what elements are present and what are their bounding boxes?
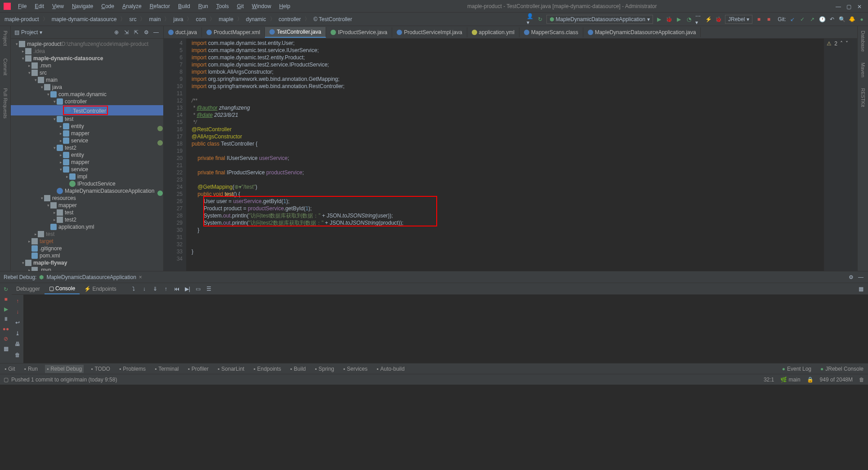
lock-icon[interactable]: 🔒	[807, 377, 814, 383]
tree-item[interactable]: TestController	[11, 105, 163, 115]
close-button[interactable]: ✕	[857, 4, 863, 9]
breadcrumb-item[interactable]: maple-dynamic-datasource	[50, 15, 119, 23]
tree-item[interactable]: ▸.idea	[11, 48, 163, 55]
user-icon[interactable]: 👤▾	[527, 16, 534, 23]
git-history-icon[interactable]: 🕐	[819, 16, 826, 23]
tree-item[interactable]: IProductService	[11, 180, 163, 187]
rerun-icon[interactable]: ↻	[2, 286, 9, 293]
tree-item[interactable]: ▸test	[11, 231, 163, 238]
tree-item[interactable]: ▾java	[11, 84, 163, 91]
bottom-terminal[interactable]: ▪Terminal	[153, 365, 181, 373]
breadcrumb-item[interactable]: dynamic	[244, 15, 268, 23]
scroll-end-icon[interactable]: ⤓	[14, 330, 21, 337]
stop-debug-icon[interactable]: ■	[2, 296, 9, 303]
jr-debug-icon[interactable]: 🐞	[715, 16, 722, 23]
tree-item[interactable]: ▸test	[11, 209, 163, 216]
hide-icon[interactable]: ―	[152, 29, 160, 36]
layout-icon[interactable]: ▦	[2, 345, 9, 352]
code-area[interactable]: import com.maple.dynamic.test.entity.Use…	[186, 39, 824, 271]
tree-item[interactable]: ▾maple-dynamic-datasource	[11, 55, 163, 62]
jrebel-selector[interactable]: JRebel ▾	[725, 15, 752, 24]
step-over-icon[interactable]: ⤵	[130, 285, 137, 293]
editor-content[interactable]: 4567891011121314151617181920212223242526…	[164, 39, 857, 271]
editor-tab[interactable]: ProductServiceImpl.java	[392, 27, 467, 37]
eval-icon[interactable]: ▭	[195, 285, 202, 293]
tree-item[interactable]: ▸test2	[11, 216, 163, 223]
mute-bp-icon[interactable]: ⊘	[2, 335, 9, 342]
menu-view[interactable]: View	[49, 1, 67, 11]
bottom-event-log[interactable]: ●Event Log	[780, 365, 813, 373]
print-icon[interactable]: 🖶	[14, 341, 21, 348]
menu-tools[interactable]: Tools	[213, 1, 233, 11]
bottom-rebel-debug[interactable]: ▪Rebel Debug	[45, 365, 84, 373]
status-icon[interactable]: ▢	[4, 377, 9, 383]
tree-item[interactable]: ▸.mvn	[11, 266, 163, 271]
tree-item[interactable]: ▾test	[11, 115, 163, 123]
menu-help[interactable]: Help	[276, 1, 294, 11]
bottom-jrebel-console[interactable]: ●JRebel Console	[819, 365, 865, 373]
editor-tab[interactable]: MapleDynamicDatasourceApplication.java	[583, 27, 701, 37]
breadcrumb-item[interactable]: src	[127, 15, 138, 23]
tree-item[interactable]: ▸service	[11, 137, 163, 144]
breadcrumb-item[interactable]: maple-product	[3, 15, 41, 23]
bottom-services[interactable]: ▪Services	[341, 365, 369, 373]
tool-database[interactable]: Database	[860, 29, 866, 53]
breadcrumb-item[interactable]: main	[147, 15, 162, 23]
tool-pull-requests[interactable]: Pull Requests	[3, 86, 8, 120]
tree-item[interactable]: ▾com.maple.dynamic	[11, 91, 163, 98]
debug-gear-icon[interactable]: ⚙	[847, 274, 855, 281]
tree-item[interactable]: ▸impl	[11, 173, 163, 180]
bottom-git[interactable]: ▪Git	[3, 365, 17, 373]
breadcrumb-item[interactable]: maple	[217, 15, 235, 23]
tree-item[interactable]: ▾main	[11, 76, 163, 84]
tree-item[interactable]: application.yml	[11, 223, 163, 231]
tool-commit[interactable]: Commit	[3, 57, 8, 77]
bottom-todo[interactable]: ▪TODO	[89, 365, 112, 373]
editor-tab[interactable]: MapperScans.class	[519, 27, 583, 37]
expand-all-icon[interactable]: ⇲	[123, 29, 130, 36]
editor-tab[interactable]: IProductService.java	[326, 27, 392, 37]
breadcrumb-item[interactable]: java	[171, 15, 185, 23]
menu-code[interactable]: Code	[98, 1, 118, 11]
editor-tab[interactable]: TestController.java	[265, 27, 326, 38]
breadcrumb-item[interactable]: com	[194, 15, 208, 23]
up-icon[interactable]: ˄	[840, 40, 843, 47]
collapse-all-icon[interactable]: ⇱	[133, 29, 140, 36]
console-down-icon[interactable]: ↓	[14, 308, 21, 315]
breadcrumb-item[interactable]: © TestController	[312, 15, 354, 23]
tree-item[interactable]: ▸mapper	[11, 130, 163, 137]
tree-item[interactable]: ▾maple-product D:\zhangfuzeng\code\maple…	[11, 40, 163, 48]
view-bp-icon[interactable]: ●●	[2, 325, 9, 333]
tree-item[interactable]: ▸entity	[11, 151, 163, 159]
force-step-icon[interactable]: ⇓	[152, 285, 159, 293]
tree-item[interactable]: MapleDynamicDatasourceApplication	[11, 187, 163, 195]
debug-hide-icon[interactable]: ―	[857, 274, 864, 281]
debug-close-tab-icon[interactable]: ×	[139, 274, 142, 280]
git-push-icon[interactable]: ↗	[809, 16, 816, 23]
editor-tab[interactable]: duct.java	[164, 27, 202, 37]
editor-tab[interactable]: ProductMapper.xml	[202, 27, 265, 37]
branch-indicator[interactable]: 🌿 main	[780, 377, 800, 383]
breadcrumb-item[interactable]: controller	[277, 15, 303, 23]
sync-icon[interactable]: ↻	[537, 16, 544, 23]
stop2-icon[interactable]: ■	[765, 16, 772, 23]
tree-item[interactable]: ▸entity	[11, 123, 163, 130]
bottom-auto-build[interactable]: ▪Auto-build	[375, 365, 406, 373]
menu-git[interactable]: Git	[233, 1, 247, 11]
tree-item[interactable]: ▸mapper	[11, 159, 163, 166]
debug-tab-console[interactable]: ▢ Console	[45, 284, 80, 294]
tool-maven[interactable]: Maven	[860, 61, 866, 79]
tree-item[interactable]: ▸.mvn	[11, 62, 163, 69]
gear-icon[interactable]: ⚙	[143, 29, 150, 36]
avatar-icon[interactable]: ●	[858, 16, 865, 23]
menu-run[interactable]: Run	[195, 1, 212, 11]
tree-item[interactable]: .gitignore	[11, 245, 163, 252]
tree-item[interactable]: ▾controller	[11, 98, 163, 105]
tree-item[interactable]: ▾src	[11, 69, 163, 76]
bottom-endpoints[interactable]: ▪Endpoints	[251, 365, 283, 373]
cursor-position[interactable]: 32:1	[764, 377, 774, 383]
git-update-icon[interactable]: ↙	[789, 16, 796, 23]
bottom-run[interactable]: ▪Run	[22, 365, 40, 373]
run-cursor-icon[interactable]: ▶|	[184, 285, 191, 293]
tree-item[interactable]: pom.xml	[11, 252, 163, 259]
